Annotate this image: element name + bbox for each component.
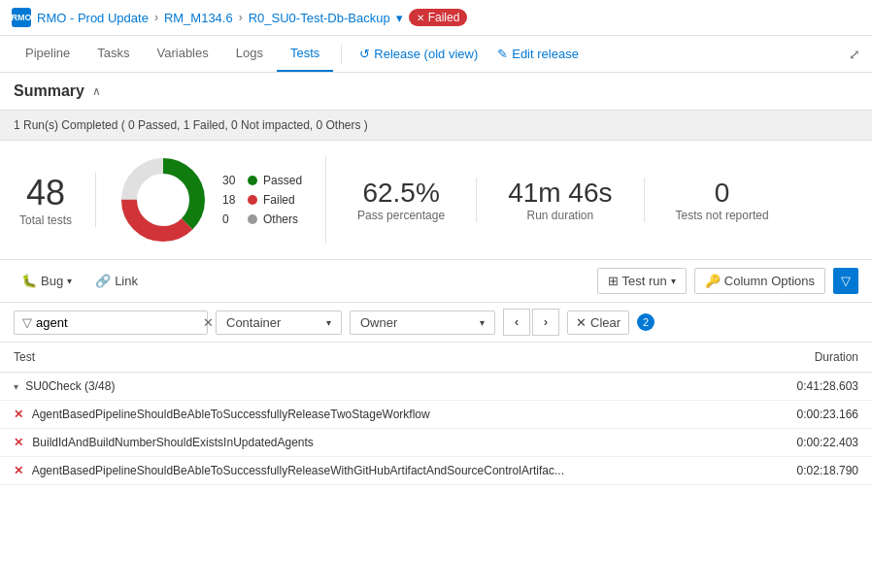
run-duration-value: 41m 46s	[508, 178, 612, 209]
pass-pct-value: 62.5%	[357, 178, 445, 209]
run-duration-label: Run duration	[508, 209, 612, 222]
test-name: ✕ BuildIdAndBuildNumberShouldExistsInUpd…	[0, 429, 755, 457]
test-duration: 0:02:18.790	[755, 457, 872, 485]
summary-title: Summary	[14, 82, 84, 100]
fail-icon: ✕	[14, 464, 23, 477]
donut-section: 30 Passed 18 Failed 0 Others	[96, 156, 326, 244]
pass-pct-label: Pass percentage	[357, 209, 445, 222]
total-tests: 48 Total tests	[19, 173, 96, 227]
next-button[interactable]: ›	[532, 309, 559, 336]
test-duration: 0:00:23.166	[755, 401, 872, 429]
pass-percentage: 62.5% Pass percentage	[326, 178, 477, 222]
table-row[interactable]: ✕ BuildIdAndBuildNumberShouldExistsInUpd…	[0, 429, 872, 457]
toolbar: 🐛 Bug ▾ 🔗 Link ⊞ Test run ▾ 🔑 Column Opt…	[0, 260, 872, 303]
clear-search-icon[interactable]: ✕	[203, 315, 214, 330]
tab-logs[interactable]: Logs	[222, 36, 277, 72]
col-duration: Duration	[755, 343, 872, 373]
container-select[interactable]: Container ▾	[216, 310, 342, 335]
tab-variables[interactable]: Variables	[144, 36, 222, 72]
breadcrumb-1[interactable]: RMO - Prod Update	[37, 11, 149, 25]
failed-dot	[248, 195, 257, 205]
link-icon: 🔗	[95, 274, 111, 288]
navigation-arrows: ‹ ›	[503, 309, 559, 336]
release-old-view[interactable]: ↺ Release (old view)	[350, 37, 487, 71]
search-filter-icon: ▽	[22, 315, 32, 330]
search-input[interactable]	[36, 315, 199, 330]
filter-count-badge: 2	[637, 313, 654, 331]
chevron-down-icon: ▾	[14, 381, 18, 392]
owner-select[interactable]: Owner ▾	[350, 310, 495, 335]
breadcrumb-2[interactable]: RM_M134.6	[164, 11, 233, 25]
nav-separator	[341, 45, 342, 64]
toolbar-left: 🐛 Bug ▾ 🔗 Link	[14, 270, 146, 292]
test-run-button[interactable]: ⊞ Test run ▾	[597, 268, 687, 294]
stats-area: 48 Total tests 30 Passed	[0, 141, 872, 260]
col-test: Test	[0, 343, 755, 373]
legend-failed: 18 Failed	[222, 193, 302, 207]
prev-button[interactable]: ‹	[503, 309, 530, 336]
not-reported: 0 Tests not reported	[645, 178, 800, 222]
fail-icon: ✕	[14, 436, 23, 449]
tab-pipeline[interactable]: Pipeline	[12, 36, 84, 72]
test-table: Test Duration ▾ SU0Check (3/48) 0:41:28.…	[0, 343, 872, 485]
fail-icon: ✕	[14, 408, 23, 421]
legend-others: 0 Others	[222, 212, 302, 226]
toolbar-right: ⊞ Test run ▾ 🔑 Column Options ▽	[597, 268, 858, 294]
summary-header: Summary ∧	[0, 73, 872, 111]
expand-icon[interactable]: ⤢	[849, 47, 860, 62]
tab-tasks[interactable]: Tasks	[84, 36, 143, 72]
legend-passed: 30 Passed	[222, 174, 302, 187]
bug-button[interactable]: 🐛 Bug ▾	[14, 270, 80, 292]
bug-icon: 🐛	[21, 274, 37, 288]
not-reported-label: Tests not reported	[676, 209, 769, 222]
tab-tests[interactable]: Tests	[277, 36, 333, 72]
filter-button[interactable]: ▽	[833, 268, 858, 294]
top-bar: RMO RMO - Prod Update › RM_M134.6 › R0_S…	[0, 0, 872, 36]
group-duration: 0:41:28.603	[755, 373, 872, 401]
test-name: ✕ AgentBasedPipelineShouldBeAbleToSucces…	[0, 457, 755, 485]
clear-x-icon: ✕	[576, 315, 587, 330]
test-table-container: Test Duration ▾ SU0Check (3/48) 0:41:28.…	[0, 343, 872, 485]
edit-release[interactable]: ✎ Edit release	[487, 37, 588, 71]
test-name: ✕ AgentBasedPipelineShouldBeAbleToSucces…	[0, 401, 755, 429]
passed-dot	[248, 176, 257, 185]
failed-badge: Failed	[409, 9, 468, 26]
group-name: ▾ SU0Check (3/48)	[0, 373, 755, 401]
test-run-dropdown-icon: ▾	[671, 276, 676, 286]
refresh-icon: ↺	[359, 47, 370, 61]
owner-dropdown-icon: ▾	[480, 317, 485, 328]
not-reported-value: 0	[676, 178, 769, 209]
test-duration: 0:00:22.403	[755, 429, 872, 457]
nav-tabs: Pipeline Tasks Variables Logs Tests ↺ Re…	[0, 36, 872, 73]
bug-dropdown-icon: ▾	[67, 276, 72, 286]
table-row[interactable]: ▾ SU0Check (3/48) 0:41:28.603	[0, 373, 872, 401]
run-banner: 1 Run(s) Completed ( 0 Passed, 1 Failed,…	[0, 111, 872, 141]
breadcrumb-sep-2: ›	[239, 11, 243, 24]
filter-bar: ▽ ✕ Container ▾ Owner ▾ ‹ › ✕ Clear 2	[0, 303, 872, 343]
donut-chart	[119, 156, 207, 244]
table-row[interactable]: ✕ AgentBasedPipelineShouldBeAbleToSucces…	[0, 401, 872, 429]
link-button[interactable]: 🔗 Link	[87, 270, 146, 292]
filter-icon: ▽	[841, 274, 851, 288]
container-dropdown-icon: ▾	[326, 317, 331, 328]
search-box[interactable]: ▽ ✕	[14, 310, 208, 335]
collapse-icon[interactable]: ∧	[92, 84, 101, 98]
table-row[interactable]: ✕ AgentBasedPipelineShouldBeAbleToSucces…	[0, 457, 872, 485]
column-icon: 🔑	[705, 274, 721, 288]
table-header: Test Duration	[0, 343, 872, 373]
table-icon: ⊞	[608, 274, 619, 288]
breadcrumb-3[interactable]: R0_SU0-Test-Db-Backup	[249, 11, 390, 25]
dropdown-icon[interactable]: ▾	[396, 11, 403, 25]
pencil-icon: ✎	[497, 47, 508, 61]
svg-point-3	[142, 179, 184, 221]
run-duration: 41m 46s Run duration	[477, 178, 644, 222]
breadcrumb-sep-1: ›	[154, 11, 158, 24]
others-dot	[248, 214, 257, 224]
total-count: 48	[19, 173, 72, 213]
donut-legend: 30 Passed 18 Failed 0 Others	[222, 174, 302, 226]
clear-button[interactable]: ✕ Clear	[567, 310, 629, 335]
app-icon: RMO	[12, 8, 31, 27]
column-options-button[interactable]: 🔑 Column Options	[694, 268, 825, 294]
total-label: Total tests	[19, 213, 72, 227]
